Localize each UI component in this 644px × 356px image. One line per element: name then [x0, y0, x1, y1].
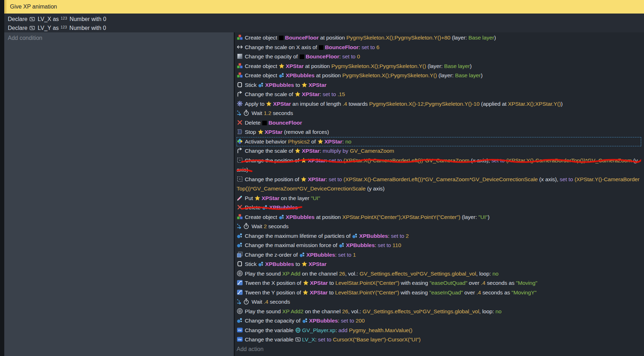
action-row[interactable]: Create object BounceFloor at position Py… — [237, 33, 641, 43]
text-segment: XP Add — [282, 271, 300, 277]
text-segment: to — [328, 289, 335, 295]
text-segment: XPStar — [302, 148, 320, 154]
star-icon — [303, 280, 309, 286]
action-row[interactable]: Create object XPBubbles at position Pygm… — [237, 71, 641, 80]
text-segment: : — [320, 148, 322, 154]
variable-declaration-row[interactable]: Declare LV_Y as 123 Number with 0 — [4, 23, 644, 32]
scale-icon — [237, 147, 243, 154]
conditions-panel: Add condition — [4, 32, 234, 356]
text-segment: on the channel — [300, 271, 339, 277]
text-segment: : — [326, 176, 328, 182]
text-segment: Play the sound — [245, 308, 282, 314]
action-row[interactable]: Wait 2 seconds — [237, 222, 641, 231]
text-segment: XPStar — [310, 280, 328, 286]
text-segment: set to — [338, 252, 353, 258]
text-segment: on the channel — [303, 308, 342, 314]
text-segment: GV_Player.xp — [302, 327, 336, 333]
local-variable-icon — [29, 16, 35, 22]
action-row[interactable]: Change the position of XPStar: set to (X… — [237, 175, 641, 194]
text-segment: no — [495, 308, 501, 314]
event-header[interactable]: Give XP animation — [4, 0, 644, 14]
text-segment: (applied at — [480, 101, 508, 107]
text-segment: : — [359, 44, 361, 50]
action-row[interactable]: Tween the X position of XPStar to LevelS… — [237, 278, 641, 288]
text-segment: Base layer — [455, 72, 481, 78]
action-text: Tween the X position of XPStar to LevelS… — [245, 280, 537, 286]
text-segment: Stop — [245, 129, 258, 135]
text-segment: 2 — [406, 233, 409, 239]
action-row[interactable]: Activate behavior Physics2 of XPStar: no — [237, 137, 641, 147]
star-icon — [295, 148, 301, 154]
text-segment: Tween the Y position of — [245, 289, 302, 295]
text-segment: Change the capacity of — [245, 318, 302, 324]
star-icon — [301, 176, 307, 182]
action-row[interactable]: Delete XPBubbles — [237, 203, 641, 213]
text-segment: 6 — [376, 44, 380, 50]
star-icon — [301, 157, 307, 163]
variable-declaration-row[interactable]: Declare LV_X as 123 Number with 0 — [4, 14, 644, 23]
text-segment: Physics2 — [288, 138, 310, 145]
action-text: Change the scale of XPStar: set to .15 — [245, 91, 345, 97]
text-segment: LV_X as — [36, 16, 60, 22]
action-text: Change the scale on X axis of BounceFloo… — [245, 44, 379, 50]
text-segment: Wait — [252, 223, 264, 229]
action-row[interactable]: Change the opacity of BounceFloor: set t… — [237, 52, 641, 62]
action-row[interactable]: Stick XPBubbles to XPStar — [237, 260, 641, 269]
text-segment: Apply to — [245, 101, 266, 107]
text-segment: LevelStar.PointY("Center") — [335, 289, 399, 295]
text-segment: XPStar — [308, 261, 326, 267]
action-row[interactable]: Change the scale on X axis of BounceFloo… — [237, 43, 641, 52]
action-text: Change the position of XPStar: set to (X… — [237, 176, 639, 192]
star-icon — [295, 91, 301, 97]
add-action-button[interactable]: Add action — [237, 345, 641, 354]
add-condition-button[interactable]: Add condition — [8, 34, 234, 42]
action-row[interactable]: Wait 1.2 seconds — [237, 109, 641, 118]
action-row[interactable]: Stop XPStar (remove all forces) — [237, 127, 641, 137]
text-segment: 110 — [392, 242, 401, 248]
text-segment: set to — [560, 176, 575, 182]
stop-icon — [237, 129, 243, 135]
action-row[interactable]: Change the maximal emission force of XPB… — [237, 241, 641, 250]
action-row[interactable]: Create object XPStar at position PygmySk… — [237, 62, 641, 71]
text-segment: LV_Y as — [36, 25, 60, 31]
layer-icon — [237, 195, 243, 201]
text-segment: , loop: — [476, 271, 492, 277]
action-row[interactable]: Change the maximum lifetime of particles… — [237, 231, 641, 241]
text-segment: Base layer — [444, 63, 470, 69]
particles-icon — [237, 232, 243, 239]
text-segment: set to — [342, 53, 357, 59]
text-segment: : — [315, 336, 318, 342]
text-segment: at position — [315, 214, 342, 220]
action-row[interactable]: Put XPStar on the layer "UI" — [237, 194, 641, 203]
text-segment: XPStar.PointX("Center");XPStar.PointY("C… — [342, 214, 460, 220]
text-segment: Change the position of — [245, 176, 301, 182]
tween-icon — [237, 279, 243, 286]
action-row[interactable]: VarChange the variable LV_X: set to Curs… — [237, 335, 641, 345]
action-row[interactable]: Change the capacity of XPBubbles: set to… — [237, 316, 641, 326]
bubbles-icon — [352, 233, 358, 239]
event-title: Give XP animation — [10, 4, 57, 10]
action-row[interactable]: Delete BounceFloor — [237, 118, 641, 128]
action-row[interactable]: Play the sound XP Add on the channel 26,… — [237, 269, 641, 279]
action-row[interactable]: Change the z-order of XPBubbles: set to … — [237, 250, 641, 260]
action-row[interactable]: Change the scale of XPStar: set to .15 — [237, 90, 641, 99]
wait-icon — [237, 298, 250, 305]
action-row[interactable]: Apply to XPStar an impulse of length .4 … — [237, 99, 641, 109]
action-row[interactable]: Change the position of XPStar: set to (X… — [237, 156, 641, 175]
bubbles-icon — [258, 82, 264, 88]
action-text: Wait 1.2 seconds — [252, 110, 293, 116]
action-row[interactable]: Create object XPBubbles at position XPSt… — [237, 213, 641, 222]
text-segment: , loop: — [479, 308, 496, 314]
action-row[interactable]: Stick XPBubbles to XPStar — [237, 80, 641, 90]
text-segment: BounceFloor — [285, 35, 318, 41]
action-row[interactable]: Change the scale of XPStar: multiply by … — [237, 146, 641, 156]
action-text: Put XPStar on the layer "UI" — [245, 195, 320, 201]
action-row[interactable]: Wait .4 seconds — [237, 297, 641, 307]
text-segment: XPStar — [302, 91, 320, 97]
text-segment: .4 — [481, 280, 486, 286]
action-row[interactable]: Play the sound XP Add2 on the channel 26… — [237, 307, 641, 316]
action-row[interactable]: VarChange the variable GV_Player.xp: add… — [237, 326, 641, 335]
action-row[interactable]: Tween the Y position of XPStar to LevelS… — [237, 288, 641, 298]
variable-declarations: Declare LV_X as 123 Number with 0Declare… — [4, 14, 644, 32]
action-text: Activate behavior Physics2 of XPStar: no — [245, 138, 351, 145]
